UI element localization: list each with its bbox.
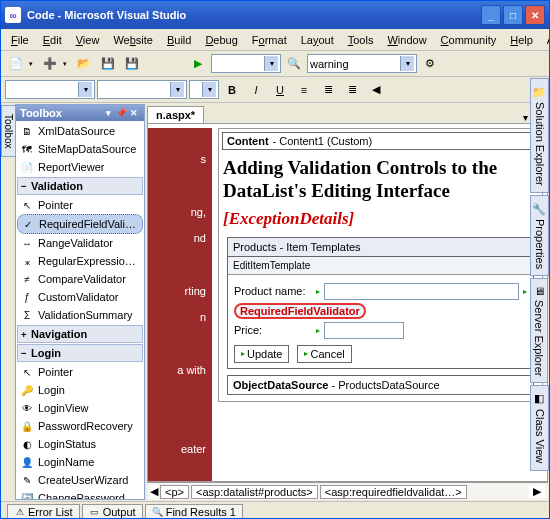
- tag-p[interactable]: <p>: [160, 485, 189, 499]
- underline-button[interactable]: U: [269, 80, 291, 100]
- toolbox-item-loginstatus[interactable]: ◐LoginStatus: [17, 435, 143, 453]
- add-item-button[interactable]: ➕▾: [39, 54, 71, 74]
- login-icon: 🔒: [20, 419, 34, 433]
- login-icon: 👤: [20, 455, 34, 469]
- toolbox-item-passwordrecovery[interactable]: 🔒PasswordRecovery: [17, 417, 143, 435]
- toolbox-item-pointer[interactable]: ↖Pointer: [17, 196, 143, 214]
- toolbox-section-login[interactable]: −Login: [17, 344, 143, 362]
- toolbox-pin-icon[interactable]: 📌: [115, 107, 127, 119]
- menu-community[interactable]: Community: [435, 32, 503, 48]
- data-icon: 🗺: [20, 142, 34, 156]
- find-button[interactable]: 🔍: [283, 54, 305, 74]
- solution-explorer-tab[interactable]: 📁Solution Explorer: [530, 78, 549, 193]
- menu-window[interactable]: Window: [381, 32, 432, 48]
- report-icon: 📄: [20, 160, 34, 174]
- menu-addins[interactable]: Addins: [541, 32, 550, 48]
- productname-label: Product name:: [234, 285, 312, 297]
- menu-file[interactable]: File: [5, 32, 35, 48]
- toolbox-item-rangevalidator[interactable]: ↔RangeValidator: [17, 234, 143, 252]
- toolbox-close-icon[interactable]: ✕: [128, 107, 140, 119]
- page-heading: Adding Validation Controls to the DataLi…: [219, 153, 542, 207]
- menu-help[interactable]: Help: [504, 32, 539, 48]
- class-view-tab[interactable]: ◧Class View: [530, 385, 549, 470]
- toolbox-header: Toolbox ▾ 📌 ✕: [16, 105, 144, 121]
- toolbox-item-loginview[interactable]: 👁LoginView: [17, 399, 143, 417]
- close-button[interactable]: ✕: [525, 5, 545, 25]
- toolbox-item-validationsummary[interactable]: ΣValidationSummary: [17, 306, 143, 324]
- productname-input[interactable]: [324, 283, 519, 300]
- toolbox-item-login[interactable]: 🔑Login: [17, 381, 143, 399]
- requiredfieldvalidator-control[interactable]: RequiredFieldValidator: [234, 303, 366, 319]
- open-button[interactable]: 📂: [73, 54, 95, 74]
- toolbox-item-regexvalidator[interactable]: ⁎RegularExpressio…: [17, 252, 143, 270]
- toolbox-tab[interactable]: Toolbox: [1, 105, 16, 157]
- find-results-tab[interactable]: 🔍Find Results 1: [145, 504, 243, 520]
- exception-label: [ExceptionDetails]: [219, 207, 542, 231]
- search-input[interactable]: warning▾: [307, 54, 417, 73]
- pointer-icon: ↖: [20, 198, 34, 212]
- tag-rfv[interactable]: <asp:requiredfieldvalidat…>: [320, 485, 467, 499]
- run-button[interactable]: ▶: [187, 54, 209, 74]
- element-select[interactable]: ▾: [5, 80, 95, 99]
- price-input[interactable]: [324, 322, 404, 339]
- sidebar-content: s ng, nd rting n a with eater leting: [147, 128, 212, 482]
- toolbox-item-xmldatasource[interactable]: 🗎XmlDataSource: [17, 122, 143, 140]
- format-toolbar: ▾ ▾ ▾ B I U ≡ ≣ ≣ ◀: [1, 77, 549, 103]
- smart-tag[interactable]: Content - Content1 (Custom): [222, 132, 539, 150]
- window-title: Code - Microsoft Visual Studio: [27, 9, 481, 21]
- align-button[interactable]: ≡: [293, 80, 315, 100]
- outdent-button[interactable]: ◀: [365, 80, 387, 100]
- objectdatasource-control[interactable]: ObjectDataSource - ProductsDataSource: [227, 375, 534, 395]
- server-explorer-tab[interactable]: 🖥Server Explorer: [530, 278, 548, 383]
- toolbox-item-requiredfieldvalidator[interactable]: ✓RequiredFieldVali…: [17, 214, 143, 234]
- maximize-button[interactable]: □: [503, 5, 523, 25]
- menu-view[interactable]: View: [70, 32, 106, 48]
- toolbox-item-loginname[interactable]: 👤LoginName: [17, 453, 143, 471]
- save-all-button[interactable]: 💾: [121, 54, 143, 74]
- bold-button[interactable]: B: [221, 80, 243, 100]
- font-select[interactable]: ▾: [97, 80, 187, 99]
- output-tab[interactable]: ▭Output: [82, 504, 143, 520]
- toolbox-section-navigation[interactable]: +Navigation: [17, 325, 143, 343]
- error-list-tab[interactable]: ⚠Error List: [7, 504, 80, 520]
- toolbox-dropdown-icon[interactable]: ▾: [102, 107, 114, 119]
- menu-tools[interactable]: Tools: [342, 32, 380, 48]
- toolbox-item-reportviewer[interactable]: 📄ReportViewer: [17, 158, 143, 176]
- minimize-button[interactable]: _: [481, 5, 501, 25]
- cancel-button[interactable]: ▸Cancel: [297, 345, 351, 363]
- properties-tab[interactable]: 🔧Properties: [530, 195, 549, 276]
- toolbox-item-pointer2[interactable]: ↖Pointer: [17, 363, 143, 381]
- content-control[interactable]: Content - Content1 (Custom) Adding Valid…: [218, 128, 543, 402]
- size-select[interactable]: ▾: [189, 80, 219, 99]
- menu-debug[interactable]: Debug: [199, 32, 243, 48]
- toolbox-section-validation[interactable]: −Validation: [17, 177, 143, 195]
- update-button[interactable]: ▸Update: [234, 345, 289, 363]
- tag-datalist[interactable]: <asp:datalist#products>: [191, 485, 318, 499]
- datalist-control[interactable]: Products - Item Templates EditItemTempla…: [227, 237, 534, 369]
- toolbox-item-sitemapdatasource[interactable]: 🗺SiteMapDataSource: [17, 140, 143, 158]
- italic-button[interactable]: I: [245, 80, 267, 100]
- save-button[interactable]: 💾: [97, 54, 119, 74]
- toolbox-item-createuserwizard[interactable]: ✎CreateUserWizard: [17, 471, 143, 489]
- glyph-icon: ▸: [304, 349, 308, 358]
- menu-format[interactable]: Format: [246, 32, 293, 48]
- glyph-icon: ▸: [316, 287, 320, 296]
- document-tab[interactable]: n.aspx*: [147, 106, 204, 123]
- config-select[interactable]: ▾: [211, 54, 281, 73]
- list2-button[interactable]: ≣: [341, 80, 363, 100]
- glyph-icon: ▸: [523, 287, 527, 296]
- menu-edit[interactable]: Edit: [37, 32, 68, 48]
- toolbox-item-customvalidator[interactable]: ƒCustomValidator: [17, 288, 143, 306]
- menu-layout[interactable]: Layout: [295, 32, 340, 48]
- list-button[interactable]: ≣: [317, 80, 339, 100]
- login-icon: ✎: [20, 473, 34, 487]
- new-project-button[interactable]: 📄▾: [5, 54, 37, 74]
- tool-icon[interactable]: ⚙: [419, 54, 441, 74]
- bottom-tabs: ⚠Error List ▭Output 🔍Find Results 1: [1, 501, 549, 519]
- menu-bar: File Edit View Website Build Debug Forma…: [1, 29, 549, 51]
- menu-build[interactable]: Build: [161, 32, 197, 48]
- toolbox-item-comparevalidator[interactable]: ≠CompareValidator: [17, 270, 143, 288]
- menu-website[interactable]: Website: [107, 32, 159, 48]
- edititemtemplate-header: EditItemTemplate: [228, 257, 533, 275]
- toolbox-item-changepassword[interactable]: 🔄ChangePassword: [17, 489, 143, 499]
